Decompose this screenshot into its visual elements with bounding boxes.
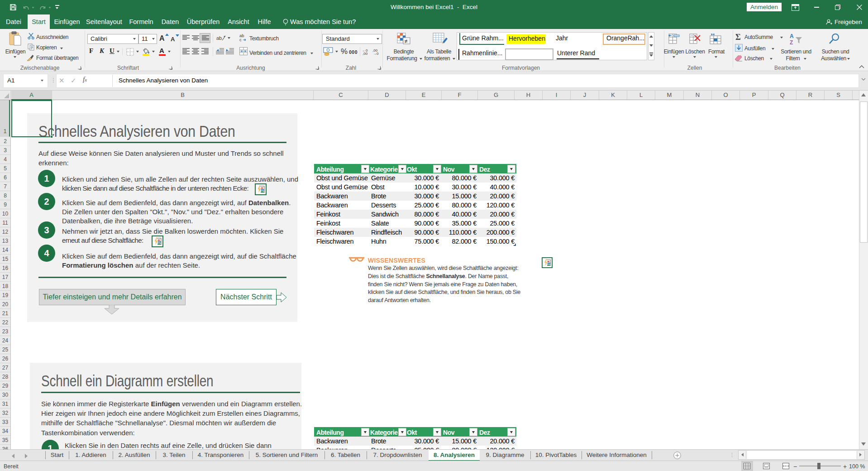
svg-text:→0: →0: [373, 52, 379, 55]
svg-text:≠: ≠: [405, 38, 408, 44]
svg-text:Z: Z: [790, 39, 793, 45]
svg-text:ab: ab: [216, 35, 222, 41]
svg-text:A: A: [790, 33, 794, 39]
svg-text:c: c: [239, 37, 242, 42]
svg-text:,00: ,00: [362, 52, 368, 55]
